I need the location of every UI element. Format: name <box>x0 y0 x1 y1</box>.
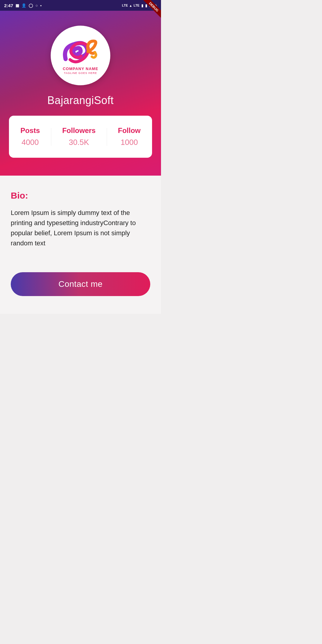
bio-section: Bio: Lorem Ipsum is simply dummy text of… <box>0 176 161 260</box>
lte-label-1: LTE <box>122 4 128 7</box>
wifi-icon: ▴ <box>130 3 132 8</box>
pinterest-icon: ○ <box>35 3 38 8</box>
stat-divider-2 <box>107 128 107 146</box>
hero-section: COMPANY NAME TAGLINE GOES HERE Bajarangi… <box>0 11 161 176</box>
following-value: 1000 <box>121 138 138 147</box>
debug-badge <box>143 0 161 18</box>
logo-inner: COMPANY NAME TAGLINE GOES HERE <box>54 29 107 82</box>
message-icon: ▦ <box>16 3 19 8</box>
followers-label: Followers <box>62 126 96 135</box>
company-name-text: COMPANY NAME <box>63 66 98 71</box>
stat-divider-1 <box>51 128 51 146</box>
status-bar: 2:47 ▦ 👤 ◯ ○ • LTE ▴ LTE ▮ ▮ 97% <box>0 0 161 11</box>
posts-value: 4000 <box>21 138 39 147</box>
following-stat: Follow 1000 <box>118 126 141 147</box>
time-display: 2:47 <box>4 3 13 8</box>
contact-me-button[interactable]: Contact me <box>11 272 150 296</box>
posts-label: Posts <box>20 126 40 135</box>
instagram-icon: ◯ <box>29 3 33 8</box>
posts-stat: Posts 4000 <box>20 126 40 147</box>
username-display: BajarangiSoft <box>47 94 114 107</box>
add-contact-icon: 👤 <box>21 3 26 8</box>
tagline-text: TAGLINE GOES HERE <box>64 72 97 75</box>
lte-label-2: LTE <box>134 4 140 7</box>
contact-section: Contact me <box>0 260 161 314</box>
dot-icon: • <box>40 3 42 8</box>
logo-svg <box>60 37 101 66</box>
followers-stat: Followers 30.5K <box>62 126 96 147</box>
stats-card: Posts 4000 Followers 30.5K Follow 1000 <box>9 116 152 158</box>
followers-value: 30.5K <box>69 138 89 147</box>
status-bar-left: 2:47 ▦ 👤 ◯ ○ • <box>4 3 41 8</box>
logo-circle: COMPANY NAME TAGLINE GOES HERE <box>51 26 110 85</box>
bio-text: Lorem Ipsum is simply dummy text of the … <box>11 208 150 248</box>
following-label: Follow <box>118 126 141 135</box>
bio-heading: Bio: <box>11 191 150 201</box>
